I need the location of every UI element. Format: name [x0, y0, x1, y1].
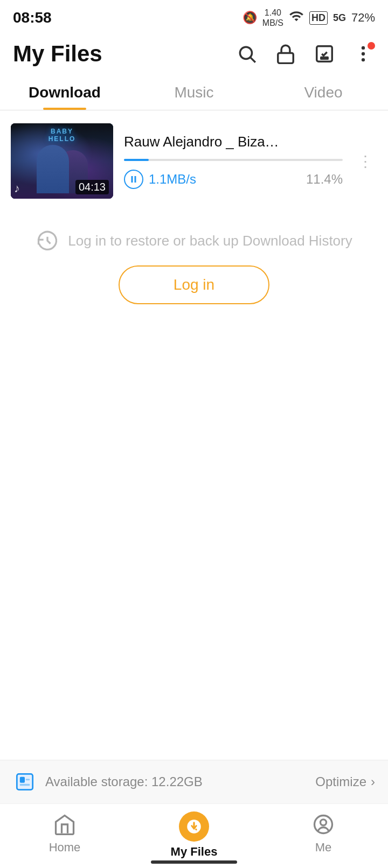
bottom-nav: Home My Files Me	[0, 803, 388, 868]
storage-bar: Available storage: 12.22GB Optimize ›	[0, 760, 388, 803]
tab-download[interactable]: Download	[0, 73, 129, 110]
nav-myfiles-label: My Files	[171, 845, 218, 859]
tab-video[interactable]: Video	[259, 73, 388, 110]
wifi-icon	[289, 9, 304, 27]
download-percent: 11.4%	[306, 172, 343, 187]
select-button[interactable]	[313, 42, 336, 66]
login-hint-text: Log in to restore or back up Download Hi…	[68, 233, 352, 249]
status-bar: 08:58 🔕 1.40MB/S HD 5G 72%	[0, 0, 388, 32]
storage-device-icon	[13, 770, 37, 794]
download-speed-row: 1.1MB/s 11.4%	[124, 170, 343, 189]
more-menu-button[interactable]	[351, 42, 375, 66]
notification-dot	[368, 42, 375, 50]
mute-icon: 🔕	[242, 11, 257, 25]
svg-rect-11	[20, 777, 25, 783]
svg-line-1	[251, 58, 255, 63]
nav-me[interactable]: Me	[259, 811, 388, 855]
item-more-button[interactable]: ⋮	[354, 148, 377, 174]
storage-info: Available storage: 12.22GB	[13, 770, 203, 794]
svg-rect-4	[320, 57, 329, 60]
svg-point-5	[362, 46, 365, 50]
download-list: BABYHELLO ♪ 04:13 Rauw Alejandro _ Biza…	[0, 110, 388, 207]
download-info: Rauw Alejandro _ Biza… 1.1MB/s 11.4%	[124, 134, 343, 189]
progress-bar-container	[124, 159, 343, 161]
svg-rect-2	[278, 53, 294, 64]
login-hint: Log in to restore or back up Download Hi…	[36, 229, 352, 253]
status-icons: 🔕 1.40MB/S HD 5G 72%	[242, 8, 375, 28]
me-icon	[310, 811, 336, 837]
download-title: Rauw Alejandro _ Biza…	[124, 134, 343, 150]
speed-indicator: 1.40MB/S	[262, 8, 283, 28]
svg-rect-12	[20, 784, 30, 786]
download-item: BABYHELLO ♪ 04:13 Rauw Alejandro _ Biza…	[11, 123, 377, 199]
status-time: 08:58	[13, 9, 52, 26]
svg-rect-13	[26, 779, 30, 781]
nav-myfiles[interactable]: My Files	[129, 811, 259, 859]
svg-rect-9	[135, 176, 136, 183]
download-speed: 1.1MB/s	[149, 172, 196, 187]
svg-point-15	[315, 816, 332, 834]
pause-button[interactable]	[124, 170, 143, 189]
app-header: My Files	[0, 32, 388, 73]
hd-icon: HD	[309, 11, 328, 25]
svg-point-16	[321, 820, 327, 825]
tabs-bar: Download Music Video	[0, 73, 388, 110]
home-icon	[52, 811, 78, 837]
svg-point-6	[362, 52, 365, 55]
tab-music[interactable]: Music	[129, 73, 259, 110]
optimize-label: Optimize	[315, 774, 366, 789]
svg-point-7	[362, 58, 365, 61]
history-icon	[36, 229, 59, 253]
svg-point-0	[240, 47, 252, 59]
optimize-button[interactable]: Optimize ›	[315, 774, 375, 789]
login-button[interactable]: Log in	[119, 265, 269, 304]
header-actions	[235, 42, 375, 66]
storage-text: Available storage: 12.22GB	[45, 774, 203, 789]
chevron-right-icon: ›	[371, 774, 375, 789]
video-duration: 04:13	[75, 180, 109, 194]
battery-indicator: 72%	[351, 11, 375, 25]
login-section: Log in to restore or back up Download Hi…	[0, 207, 388, 317]
lock-button[interactable]	[274, 42, 297, 66]
svg-rect-8	[131, 176, 133, 183]
bottom-indicator	[151, 860, 237, 864]
signal-icon: 5G	[333, 12, 346, 24]
music-note-icon: ♪	[14, 181, 20, 195]
speed-info: 1.1MB/s	[124, 170, 196, 189]
nav-me-label: Me	[315, 841, 332, 855]
thumbnail[interactable]: BABYHELLO ♪ 04:13	[11, 123, 113, 199]
nav-home[interactable]: Home	[0, 811, 129, 855]
myfiles-icon	[179, 811, 209, 842]
page-title: My Files	[13, 41, 102, 67]
progress-bar-fill	[124, 159, 149, 161]
search-button[interactable]	[235, 42, 259, 66]
nav-home-label: Home	[49, 841, 81, 855]
